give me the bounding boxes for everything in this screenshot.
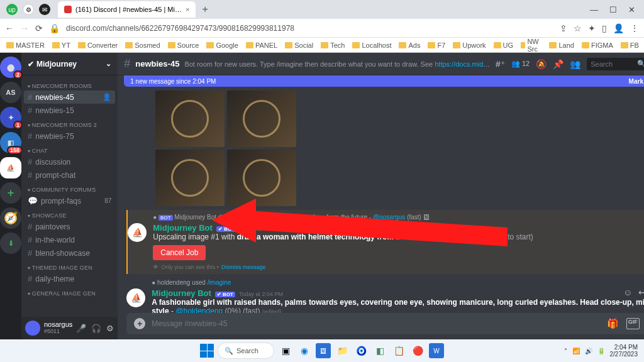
channel-item[interactable]: #daily-theme — [24, 272, 115, 285]
channel-category[interactable]: NEWCOMER ROOMS — [24, 78, 115, 90]
bookmark-item[interactable]: YT — [50, 41, 73, 49]
start-button[interactable] — [200, 344, 214, 358]
dismiss-link[interactable]: Dismiss message — [221, 264, 266, 270]
search-input[interactable]: Search🔍 — [587, 58, 644, 70]
bookmark-item[interactable]: Localhost — [350, 41, 394, 49]
bookmark-item[interactable]: Tech — [318, 41, 347, 49]
author-name[interactable]: Midjourney Bot — [153, 223, 213, 233]
task-view-icon[interactable]: ▣ — [278, 343, 293, 358]
home-server[interactable]: ⬤2 — [0, 57, 21, 78]
bookmark-item[interactable]: FIGMA — [579, 41, 616, 49]
wifi-icon[interactable]: 📶 — [572, 348, 580, 354]
bookmark-item[interactable]: MASTER — [4, 41, 47, 49]
bookmark-item[interactable]: Ads — [396, 41, 423, 49]
channel-category[interactable]: THEMED IMAGE GEN — [24, 260, 115, 272]
channel-topic[interactable]: Bot room for new users. Type /imagine th… — [184, 60, 491, 68]
app-icon[interactable]: 🖼 — [316, 343, 331, 358]
members-icon[interactable]: 👥 — [570, 59, 580, 69]
bookmark-item[interactable]: Social — [282, 41, 316, 49]
channel-category[interactable]: SHOWCASE — [24, 207, 115, 220]
channel-item[interactable]: #newbies-75 — [24, 129, 115, 143]
explorer-icon[interactable]: 📁 — [335, 343, 350, 358]
gif-button[interactable]: GIF — [626, 318, 640, 329]
channel-item[interactable]: #in-the-world — [24, 233, 115, 246]
bookmark-item[interactable]: Converter — [75, 41, 120, 49]
notifications-icon[interactable]: 🔕 — [536, 59, 547, 69]
edge-icon[interactable]: ◉ — [297, 343, 312, 358]
tray-chevron-icon[interactable]: ˄ — [564, 348, 567, 354]
ext-icon[interactable]: up — [6, 4, 18, 15]
channel-item[interactable]: #newbies-15 — [24, 104, 115, 117]
url-field[interactable]: discord.com/channels/662267976984297473/… — [66, 24, 553, 33]
channel-item[interactable]: #newbies-45👤 — [24, 90, 115, 104]
cancel-job-button[interactable]: Cancel Job — [153, 245, 206, 260]
maximize-icon[interactable]: ☐ — [609, 5, 617, 14]
server-as[interactable]: AS — [0, 82, 21, 103]
puzzle-icon[interactable]: ✦ — [588, 23, 596, 33]
channel-item[interactable]: #discussion — [24, 155, 115, 168]
close-icon[interactable]: × — [186, 6, 189, 13]
gift-icon[interactable]: 🎁 — [607, 318, 619, 329]
panel-icon[interactable]: ▯ — [602, 23, 607, 33]
author-name[interactable]: Midjourney Bot — [152, 288, 211, 298]
volume-icon[interactable]: 🔊 — [585, 348, 592, 354]
app-icon[interactable]: W — [429, 343, 444, 358]
menu-icon[interactable]: ⋮ — [630, 23, 639, 33]
bookmark-item[interactable]: Sosmed — [123, 41, 162, 49]
bookmark-item[interactable]: PANEL — [243, 41, 280, 49]
mark-as-read[interactable]: Mark As Read ✉ — [629, 78, 644, 85]
bookmark-item[interactable]: F7 — [425, 41, 448, 49]
bookmark-item[interactable]: Google — [204, 41, 240, 49]
new-messages-bar[interactable]: 1 new message since 2:04 PM Mark As Read… — [124, 75, 644, 87]
bookmark-item[interactable]: UG — [491, 41, 516, 49]
reload-icon[interactable]: ⟳ — [35, 23, 43, 33]
ext-icon[interactable]: ✉ — [39, 4, 50, 15]
members-count[interactable]: 👥 12 — [511, 60, 530, 68]
profile-icon[interactable]: 👤 — [613, 23, 624, 33]
mute-icon[interactable]: 🎤 — [76, 324, 86, 333]
minimize-icon[interactable]: ― — [590, 5, 598, 14]
share-icon[interactable]: ⇪ — [560, 23, 567, 33]
channel-item[interactable]: #blend-showcase — [24, 246, 115, 260]
server-item[interactable]: ✦1 — [0, 107, 21, 128]
avatar[interactable] — [25, 321, 40, 336]
server-header[interactable]: ✔ Midjourney ⌄ — [21, 53, 118, 75]
app-icon[interactable]: 📋 — [391, 343, 406, 358]
server-item[interactable]: ◧158 — [0, 132, 21, 153]
reply-icon[interactable]: ↩ — [638, 287, 644, 297]
bookmark-item[interactable]: FB — [618, 41, 641, 49]
app-icon[interactable]: ◧ — [372, 343, 387, 358]
explore-button[interactable]: 🧭 — [0, 207, 21, 229]
bookmark-item[interactable]: Upwork — [450, 41, 488, 49]
reply-context[interactable]: ● BOT Midjourney Bot draw a woman with h… — [153, 214, 644, 221]
taskbar-search[interactable]: 🔍 Search — [218, 343, 274, 359]
attach-button[interactable]: + — [134, 318, 145, 329]
message-input[interactable]: + Message #newbies-45 🎁 GIF ◧ ☺ — [126, 313, 644, 334]
reply-context[interactable]: ● holdendeng used /imagine — [152, 279, 644, 286]
battery-icon[interactable]: 🔋 — [597, 348, 605, 354]
react-icon[interactable]: ☺ — [623, 287, 632, 297]
bookmark-item[interactable]: Source — [165, 41, 202, 49]
channel-category[interactable]: COMMUNITY FORUMS — [24, 182, 115, 194]
channel-category[interactable]: CHAT — [24, 143, 115, 155]
channel-category[interactable]: GENERAL IMAGE GEN — [24, 285, 115, 298]
star-icon[interactable]: ☆ — [574, 23, 582, 33]
channel-item[interactable]: 💬prompt-faqs87 — [24, 194, 115, 207]
channel-item[interactable]: #prompt-chat — [24, 168, 115, 182]
server-midjourney[interactable]: ⛵ — [0, 157, 21, 178]
bookmark-item[interactable]: NW Src — [518, 38, 544, 53]
chrome-icon[interactable]: 🔴 — [410, 343, 425, 358]
image-grid[interactable] — [155, 90, 644, 206]
deafen-icon[interactable]: 🎧 — [91, 324, 101, 333]
bookmark-item[interactable]: Land — [547, 41, 576, 49]
add-server-button[interactable]: + — [0, 182, 21, 204]
settings-icon[interactable]: ⚙ — [106, 324, 114, 333]
ext-icon[interactable]: ⚙ — [23, 4, 34, 15]
app-icon[interactable]: 🧿 — [353, 343, 369, 358]
channel-item[interactable]: #paintovers — [24, 220, 115, 233]
avatar[interactable]: ⛵ — [128, 223, 147, 242]
forward-icon[interactable]: → — [20, 23, 29, 33]
avatar[interactable]: ⛵ — [126, 288, 145, 307]
close-window-icon[interactable]: ✕ — [628, 5, 635, 14]
pins-icon[interactable]: 📌 — [553, 59, 564, 69]
